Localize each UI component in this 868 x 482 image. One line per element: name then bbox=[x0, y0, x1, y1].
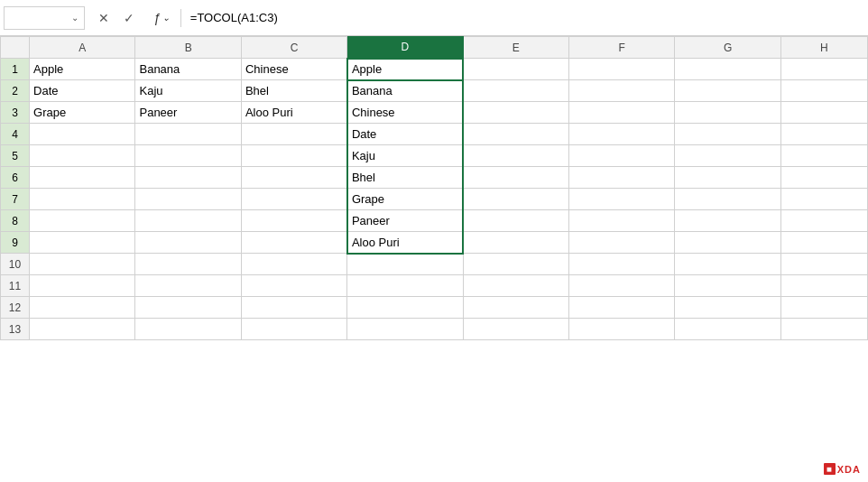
cell-h8[interactable] bbox=[780, 210, 867, 232]
cell-a6[interactable] bbox=[30, 167, 135, 189]
cell-e5[interactable] bbox=[463, 145, 568, 167]
row-header-9[interactable]: 9 bbox=[1, 232, 30, 254]
cell-d8[interactable]: Paneer bbox=[347, 210, 463, 232]
cell-a3[interactable]: Grape bbox=[30, 102, 135, 124]
cell-g6[interactable] bbox=[675, 167, 780, 189]
cell-d11[interactable] bbox=[347, 275, 463, 297]
cell-g4[interactable] bbox=[675, 124, 780, 145]
cell-f1[interactable] bbox=[568, 59, 674, 80]
cell-b4[interactable] bbox=[135, 124, 241, 145]
cell-c5[interactable] bbox=[241, 145, 346, 167]
cell-g7[interactable] bbox=[675, 189, 780, 210]
cell-g5[interactable] bbox=[675, 145, 780, 167]
cell-e11[interactable] bbox=[463, 275, 568, 297]
row-header-8[interactable]: 8 bbox=[1, 210, 30, 232]
cell-g2[interactable] bbox=[675, 80, 780, 102]
cell-d7[interactable]: Grape bbox=[347, 189, 463, 210]
cell-e6[interactable] bbox=[463, 167, 568, 189]
cell-d5[interactable]: Kaju bbox=[347, 145, 463, 167]
cell-b11[interactable] bbox=[135, 275, 241, 297]
cell-a8[interactable] bbox=[30, 210, 135, 232]
cell-f2[interactable] bbox=[568, 80, 674, 102]
cell-h5[interactable] bbox=[780, 145, 867, 167]
cell-e7[interactable] bbox=[463, 189, 568, 210]
cell-f3[interactable] bbox=[568, 102, 674, 124]
cell-e8[interactable] bbox=[463, 210, 568, 232]
cell-g1[interactable] bbox=[675, 59, 780, 80]
cell-b6[interactable] bbox=[135, 167, 241, 189]
cell-c2[interactable]: Bhel bbox=[241, 80, 346, 102]
col-header-b[interactable]: B bbox=[135, 37, 241, 59]
col-header-g[interactable]: G bbox=[675, 37, 780, 59]
cell-e4[interactable] bbox=[463, 124, 568, 145]
row-header-2[interactable]: 2 bbox=[1, 80, 30, 102]
cell-e9[interactable] bbox=[463, 232, 568, 254]
cell-c13[interactable] bbox=[241, 319, 346, 340]
row-header-13[interactable]: 13 bbox=[1, 319, 30, 340]
cell-c6[interactable] bbox=[241, 167, 346, 189]
cell-h10[interactable] bbox=[780, 254, 867, 275]
cell-g12[interactable] bbox=[675, 297, 780, 319]
cell-h3[interactable] bbox=[780, 102, 867, 124]
cell-b5[interactable] bbox=[135, 145, 241, 167]
cell-f10[interactable] bbox=[568, 254, 674, 275]
cell-c3[interactable]: Aloo Puri bbox=[241, 102, 346, 124]
cell-h6[interactable] bbox=[780, 167, 867, 189]
cell-b7[interactable] bbox=[135, 189, 241, 210]
col-header-c[interactable]: C bbox=[241, 37, 346, 59]
cell-d10[interactable] bbox=[347, 254, 463, 275]
cell-c9[interactable] bbox=[241, 232, 346, 254]
cell-h1[interactable] bbox=[780, 59, 867, 80]
row-header-7[interactable]: 7 bbox=[1, 189, 30, 210]
cell-d2[interactable]: Banana bbox=[347, 80, 463, 102]
row-header-12[interactable]: 12 bbox=[1, 297, 30, 319]
col-header-f[interactable]: F bbox=[568, 37, 674, 59]
cell-g3[interactable] bbox=[675, 102, 780, 124]
col-header-h[interactable]: H bbox=[780, 37, 867, 59]
cell-a10[interactable] bbox=[30, 254, 135, 275]
cell-a9[interactable] bbox=[30, 232, 135, 254]
cell-f12[interactable] bbox=[568, 297, 674, 319]
confirm-button[interactable]: ✓ bbox=[117, 6, 141, 30]
cell-c1[interactable]: Chinese bbox=[241, 59, 346, 80]
cell-f7[interactable] bbox=[568, 189, 674, 210]
col-header-d[interactable]: D bbox=[347, 37, 463, 59]
cell-h13[interactable] bbox=[780, 319, 867, 340]
cell-a2[interactable]: Date bbox=[30, 80, 135, 102]
cell-e1[interactable] bbox=[463, 59, 568, 80]
cell-c12[interactable] bbox=[241, 297, 346, 319]
cell-h4[interactable] bbox=[780, 124, 867, 145]
cell-f6[interactable] bbox=[568, 167, 674, 189]
cell-h11[interactable] bbox=[780, 275, 867, 297]
cell-c8[interactable] bbox=[241, 210, 346, 232]
cell-d13[interactable] bbox=[347, 319, 463, 340]
row-header-10[interactable]: 10 bbox=[1, 254, 30, 275]
cell-d12[interactable] bbox=[347, 297, 463, 319]
cell-a11[interactable] bbox=[30, 275, 135, 297]
cell-b10[interactable] bbox=[135, 254, 241, 275]
formula-input[interactable] bbox=[187, 6, 864, 30]
cell-a5[interactable] bbox=[30, 145, 135, 167]
row-header-5[interactable]: 5 bbox=[1, 145, 30, 167]
cell-f9[interactable] bbox=[568, 232, 674, 254]
row-header-3[interactable]: 3 bbox=[1, 102, 30, 124]
cell-h9[interactable] bbox=[780, 232, 867, 254]
cell-b1[interactable]: Banana bbox=[135, 59, 241, 80]
cell-c7[interactable] bbox=[241, 189, 346, 210]
cell-g13[interactable] bbox=[675, 319, 780, 340]
col-header-a[interactable]: A bbox=[30, 37, 135, 59]
row-header-4[interactable]: 4 bbox=[1, 124, 30, 145]
cell-a13[interactable] bbox=[30, 319, 135, 340]
row-header-6[interactable]: 6 bbox=[1, 167, 30, 189]
cell-f4[interactable] bbox=[568, 124, 674, 145]
cell-e10[interactable] bbox=[463, 254, 568, 275]
col-header-e[interactable]: E bbox=[463, 37, 568, 59]
cell-c4[interactable] bbox=[241, 124, 346, 145]
cell-a4[interactable] bbox=[30, 124, 135, 145]
cell-f8[interactable] bbox=[568, 210, 674, 232]
cell-b3[interactable]: Paneer bbox=[135, 102, 241, 124]
cell-e3[interactable] bbox=[463, 102, 568, 124]
cell-g11[interactable] bbox=[675, 275, 780, 297]
cell-f11[interactable] bbox=[568, 275, 674, 297]
cell-h2[interactable] bbox=[780, 80, 867, 102]
